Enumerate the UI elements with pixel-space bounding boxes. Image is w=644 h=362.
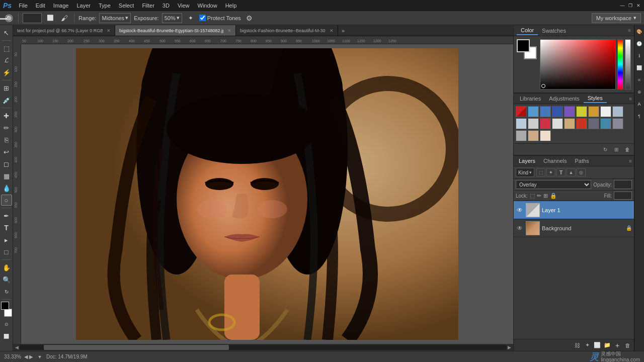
lock-all-icon[interactable]: 🔒	[550, 193, 557, 199]
eraser-tool[interactable]: ◻	[1, 158, 12, 169]
style-swatch-6[interactable]	[588, 106, 599, 117]
styles-panel-close[interactable]: ≡	[629, 96, 632, 102]
create-group-btn[interactable]: 📁	[603, 341, 612, 350]
style-swatch-11[interactable]	[540, 118, 551, 129]
brush-tool[interactable]: ✏	[1, 122, 12, 133]
menu-help[interactable]: Help	[222, 2, 240, 10]
history-brush-tool[interactable]: ↩	[1, 146, 12, 157]
panel-icon-color[interactable]: 🎨	[635, 27, 644, 36]
style-swatch-2[interactable]	[540, 106, 551, 117]
libraries-tab[interactable]: Libraries	[516, 95, 545, 103]
kind-text-btn[interactable]: T	[556, 168, 566, 176]
kind-pixel-btn[interactable]: ⬚	[536, 168, 545, 176]
dodge-tool[interactable]: ○	[1, 195, 12, 206]
screen-mode-btn[interactable]: ⬜	[1, 331, 12, 342]
layers-tab[interactable]: Layers	[516, 157, 538, 165]
kind-smart-btn[interactable]: ◎	[577, 168, 586, 176]
opacity-strip[interactable]	[625, 39, 631, 89]
paths-tab[interactable]: Paths	[572, 157, 592, 165]
style-swatch-7[interactable]	[600, 106, 611, 117]
hscroll-track[interactable]	[20, 345, 507, 350]
lock-pixels-icon[interactable]: ⬚	[530, 193, 535, 199]
styles-tab[interactable]: Styles	[584, 94, 607, 103]
color-panel-close[interactable]: ≡	[628, 28, 631, 33]
layers-panel-close[interactable]: ≡	[629, 158, 632, 164]
kind-filter[interactable]: Kind ▾	[516, 168, 534, 177]
gradient-tool[interactable]: ▦	[1, 170, 12, 182]
tab-1[interactable]: bigstock-Beautiful-Brunette-Egyptian-St-…	[115, 25, 236, 36]
zoom-tool[interactable]: 🔍	[1, 274, 12, 285]
style-swatch-10[interactable]	[528, 118, 539, 129]
workspace-button[interactable]: My workspace ▾	[592, 13, 641, 23]
exposure-dropdown[interactable]: 50% ▾	[162, 13, 182, 23]
add-style-btn[interactable]: ✦	[583, 341, 592, 350]
airbrush-icon[interactable]: ✦	[185, 13, 196, 24]
style-swatch-12[interactable]	[552, 118, 563, 129]
menu-edit[interactable]: Edit	[33, 2, 48, 10]
style-swatch-19[interactable]	[528, 130, 539, 141]
tab-0-close[interactable]: ✕	[107, 28, 111, 33]
path-select-tool[interactable]: ▸	[1, 234, 12, 245]
text-tool[interactable]: T	[1, 222, 12, 233]
clone-stamp-tool[interactable]: ⎘	[1, 134, 12, 145]
menu-window[interactable]: Window	[195, 2, 220, 10]
eyedropper-tool[interactable]: 💉	[1, 95, 12, 106]
styles-cycle-icon[interactable]: ↻	[601, 145, 610, 154]
layer-1-visibility[interactable]: 👁	[516, 224, 524, 232]
style-swatch-15[interactable]	[588, 118, 599, 129]
close-button[interactable]: ✕	[635, 2, 642, 9]
blur-tool[interactable]: 💧	[1, 183, 12, 194]
extra-tool-icon[interactable]: ⚙	[244, 13, 255, 24]
foreground-color-swatch[interactable]	[1, 302, 9, 310]
style-swatch-1[interactable]	[528, 106, 539, 117]
lasso-tool[interactable]: 𝓛	[1, 55, 12, 66]
menu-image[interactable]: Image	[50, 2, 72, 10]
opacity-input[interactable]: 100%	[614, 180, 632, 189]
menu-filter[interactable]: Filter	[139, 2, 157, 10]
panel-icon-nav[interactable]: ⬜	[635, 63, 644, 72]
tool-brush-icon[interactable]: 🖌	[59, 13, 70, 24]
hscroll-left[interactable]: ◀	[15, 345, 19, 350]
layer-item-0[interactable]: 👁 Layer 1	[514, 201, 634, 219]
hand-tool[interactable]: ✋	[1, 262, 12, 273]
menu-3d[interactable]: 3D	[159, 2, 173, 10]
styles-grid-icon[interactable]: ⊞	[612, 145, 621, 154]
minimize-button[interactable]: —	[619, 2, 626, 9]
tab-2[interactable]: bigstock-Fashion-Brunette--Beautiful-M-3…	[236, 25, 338, 36]
rotate-tool[interactable]: ↻	[1, 286, 12, 297]
hue-strip[interactable]	[617, 39, 623, 89]
pen-tool[interactable]: ✒	[1, 210, 12, 221]
range-dropdown[interactable]: Midtones ▾	[99, 13, 131, 23]
zoom-slider-left[interactable]: ◀	[24, 354, 28, 359]
style-swatch-14[interactable]	[576, 118, 587, 129]
layer-0-visibility[interactable]: 👁	[516, 206, 524, 214]
menu-type[interactable]: Type	[96, 2, 114, 10]
style-swatch-13[interactable]	[564, 118, 575, 129]
panel-icon-char[interactable]: A	[635, 100, 644, 109]
link-layers-btn[interactable]: ⛓	[573, 341, 582, 350]
adjustments-tab[interactable]: Adjustments	[545, 95, 584, 103]
move-tool[interactable]: ↖	[1, 27, 12, 38]
tab-2-close[interactable]: ✕	[330, 28, 334, 33]
marquee-tool[interactable]: ⬚	[1, 43, 12, 54]
color-gradient-field[interactable]	[540, 39, 616, 89]
fill-input[interactable]: 100%	[614, 192, 632, 200]
protect-tones-checkbox[interactable]: Protect Tones	[199, 15, 241, 21]
color-tab[interactable]: Color	[517, 26, 538, 35]
background-color-swatch[interactable]	[4, 309, 12, 317]
panel-icon-history[interactable]: 🕐	[635, 39, 644, 48]
style-swatch-17[interactable]	[612, 118, 623, 129]
zoom-slider-right[interactable]: ▶	[29, 354, 33, 359]
kind-adjust-btn[interactable]: ✦	[546, 168, 555, 176]
tab-0[interactable]: text for project.psd @ 66.7% (Layer 0 RG…	[13, 25, 115, 36]
style-swatch-0[interactable]	[516, 106, 527, 117]
foreground-color-box[interactable]	[517, 39, 530, 52]
style-swatch-3[interactable]	[552, 106, 563, 117]
tab-1-close[interactable]: ✕	[227, 28, 231, 33]
channels-tab[interactable]: Channels	[540, 157, 570, 165]
menu-select[interactable]: Select	[116, 2, 137, 10]
vscroll-toggle[interactable]: ▼	[36, 353, 43, 360]
styles-trash-icon[interactable]: 🗑	[623, 145, 632, 154]
quick-mask-btn[interactable]: ⊙	[1, 319, 12, 330]
style-swatch-20[interactable]	[540, 130, 551, 141]
